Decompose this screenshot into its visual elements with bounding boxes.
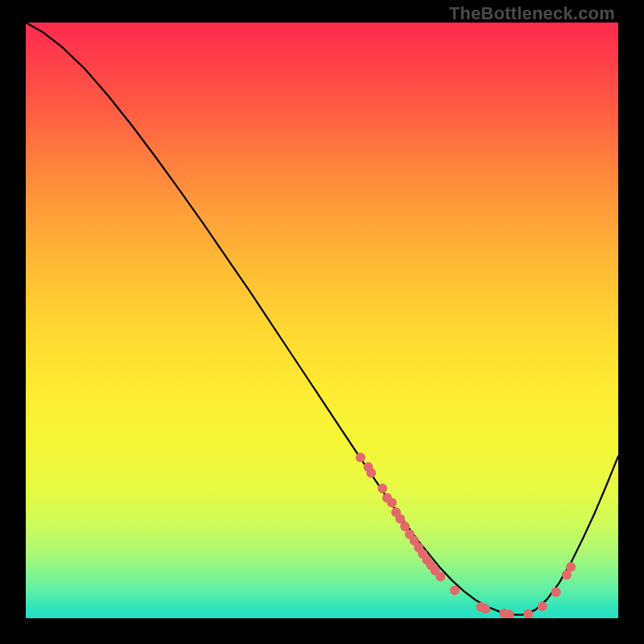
data-point bbox=[566, 562, 576, 572]
data-point bbox=[356, 452, 365, 462]
plot-area bbox=[26, 23, 618, 618]
data-point bbox=[378, 484, 387, 493]
data-point bbox=[551, 587, 561, 597]
bottleneck-curve bbox=[26, 23, 618, 615]
data-point bbox=[436, 572, 445, 581]
watermark-text: TheBottleneck.com bbox=[449, 3, 615, 24]
chart-overlay bbox=[26, 23, 618, 618]
data-point bbox=[481, 604, 490, 613]
data-point bbox=[387, 497, 397, 507]
data-point bbox=[538, 601, 547, 611]
data-point bbox=[450, 585, 460, 595]
chart-container: TheBottleneck.com bbox=[0, 0, 644, 644]
data-point bbox=[366, 468, 376, 477]
